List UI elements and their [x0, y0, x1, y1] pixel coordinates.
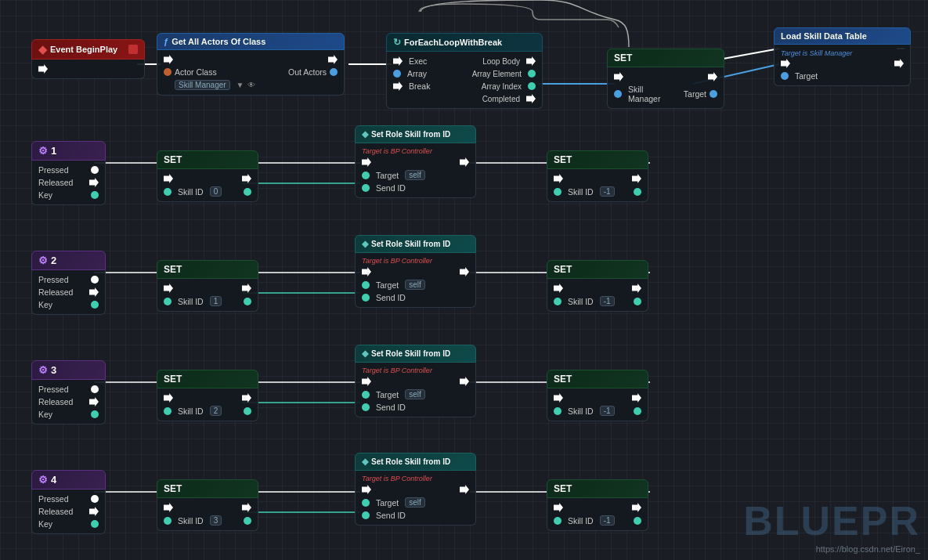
load-skill-title: Load Skill Data Table [781, 31, 867, 41]
for-each-array-in-pin [393, 70, 401, 78]
set-2-out-pin [244, 298, 251, 305]
role-skill-3-title: Set Role Skill from ID [371, 349, 450, 358]
role-skill-2-target-row: Target self [356, 278, 475, 291]
set-r4-body: Skill ID -1 [547, 498, 648, 531]
set-1-skill-label: Skill ID [178, 187, 204, 197]
released-label-3: Released [38, 397, 73, 406]
input-4-released-pin [89, 507, 99, 516]
pressed-label-1: Pressed [38, 165, 69, 175]
input-4-node: ⚙ 4 Pressed Released Key [31, 470, 106, 534]
eye-icon: 👁 [247, 81, 255, 89]
role-skill-1-send-row: Send ID [356, 182, 475, 194]
set-r1-header: SET [547, 150, 648, 169]
event-begin-play-exec-row [32, 63, 144, 75]
event-begin-play-title: Event BeginPlay [50, 45, 117, 54]
set-r3-header: SET [547, 370, 648, 388]
set-3-body: Skill ID 2 [157, 388, 258, 421]
input-2-body: Pressed Released Key [31, 270, 106, 315]
for-each-index-pin [528, 82, 536, 90]
role-skill-4-subtitle-row: Target is BP Controller [356, 474, 475, 483]
input-2-label: 2 [51, 255, 56, 266]
set-r3-title: SET [554, 374, 572, 385]
input-3-pressed-row: Pressed [32, 383, 105, 396]
set-2-body: Skill ID 1 [157, 279, 258, 312]
set-r2-in-pin [554, 298, 561, 305]
input-1-header: ⚙ 1 [31, 141, 106, 161]
role-skill-3-send-row: Send ID [356, 401, 475, 414]
set-r1-out-pin [634, 188, 641, 196]
set-r4-skill-row: Skill ID -1 [547, 514, 648, 527]
role-skill-3-subtitle: Target is BP Controller [362, 367, 432, 374]
event-begin-play-body [31, 60, 145, 79]
role-skill-1-exec-out [460, 157, 469, 167]
role-skill-4-send-pin [362, 511, 370, 519]
set-r4-out-pin [634, 517, 641, 525]
set-3-value: 2 [210, 406, 222, 416]
set-4-out-pin [244, 517, 251, 525]
set-4-skill-label: Skill ID [178, 516, 204, 526]
role-skill-2-self-badge: self [405, 280, 425, 290]
input-4-released-row: Released [32, 505, 105, 518]
set-2-skill-row: Skill ID 1 [157, 294, 258, 308]
input-2-header: ⚙ 2 [31, 251, 106, 270]
role-skill-3-send-label: Send ID [376, 403, 406, 412]
role-skill-2-target-pin [362, 281, 370, 289]
set-top-skill-in-pin [614, 90, 622, 98]
load-skill-exec-row [775, 57, 910, 70]
set-2-skill-label: Skill ID [178, 297, 204, 306]
get-all-actors-header: ƒ Get All Actors Of Class [157, 33, 345, 50]
set-r3-in-pin [554, 407, 561, 415]
input-1-pressed-pin [91, 166, 99, 174]
set-r1-exec-row [547, 172, 648, 185]
input-2-key-row: Key [32, 298, 105, 311]
set-3-node: SET Skill ID 2 [157, 370, 258, 421]
for-each-array-row: Array Array Element [387, 67, 542, 80]
set-3-exec-out [242, 393, 251, 403]
get-all-actors-class-row: Actor Class Out Actors [157, 66, 344, 78]
role-skill-2-subtitle: Target is BP Controller [362, 257, 432, 265]
exec-label: Exec [409, 56, 427, 66]
set-r2-skill-label: Skill ID [568, 297, 594, 306]
get-all-actors-title: Get All Actors Of Class [172, 37, 265, 46]
set-r3-skill-label: Skill ID [568, 406, 594, 416]
role-skill-3-exec-row [356, 375, 475, 388]
set-2-exec-out [242, 284, 251, 293]
load-skill-target-row: Target [775, 70, 910, 82]
for-each-loop-header: ↻ ForEachLoopWithBreak [386, 33, 543, 52]
released-label-4: Released [38, 507, 73, 516]
role-skill-1-header: ◆ Set Role Skill from ID [355, 125, 476, 143]
role-skill-4-target-row: Target self [356, 496, 475, 509]
role-skill-3-send-pin [362, 403, 370, 411]
get-all-actors-class-label: Actor Class [175, 67, 217, 77]
pressed-label-3: Pressed [38, 385, 69, 394]
role-skill-2-send-pin [362, 294, 370, 302]
released-label-2: Released [38, 287, 73, 297]
set-2-value: 1 [210, 296, 222, 306]
key-label-4: Key [38, 519, 52, 529]
set-3-skill-label: Skill ID [178, 406, 204, 416]
get-all-actors-out-label: Out Actors [288, 67, 327, 77]
input-2-pressed-pin [91, 276, 99, 284]
input-4-label: 4 [51, 474, 56, 486]
role-skill-4-subtitle: Target is BP Controller [362, 475, 432, 482]
load-skill-target-label: Target [795, 71, 818, 81]
role-skill-4-exec-row [356, 483, 475, 496]
role-skill-1-subtitle: Target is BP Controller [362, 147, 432, 155]
key-label-2: Key [38, 300, 52, 309]
set-4-teal-pin [164, 517, 172, 525]
set-1-node: SET Skill ID 0 [157, 150, 258, 202]
for-each-completed-row: Completed [387, 92, 542, 105]
set-3-exec-in [164, 393, 173, 403]
get-all-actors-exec-out-pin [328, 55, 338, 64]
role-skill-1-self-badge: self [405, 170, 425, 180]
set-r2-exec-row [547, 282, 648, 294]
get-all-actors-exec-in-pin [164, 55, 173, 64]
set-3-exec-row [157, 392, 258, 404]
set-r3-body: Skill ID -1 [547, 388, 648, 421]
set-top-target-label: Target [684, 89, 706, 99]
set-1-header: SET [157, 150, 258, 169]
role-skill-4-exec-out [460, 485, 469, 494]
for-each-completed-pin [526, 94, 536, 103]
role-skill-2-exec-in [362, 267, 371, 276]
role-skill-1-target-label: Target [376, 171, 399, 180]
